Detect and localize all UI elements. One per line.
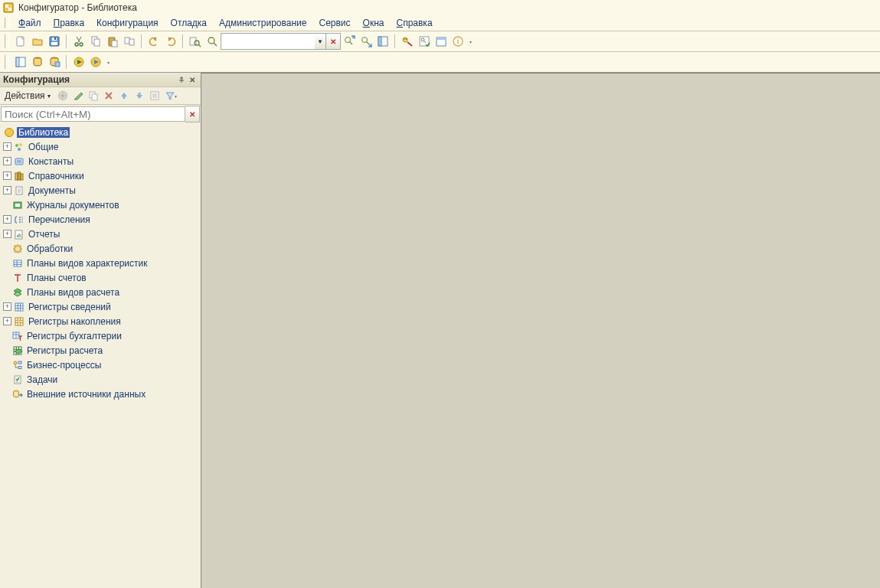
tree-item-inforeg[interactable]: +Регистры сведений [0, 299, 201, 314]
tree-label[interactable]: Планы счетов [25, 273, 88, 283]
tree-label[interactable]: Общие [27, 142, 60, 152]
db-config-button[interactable] [29, 54, 46, 70]
tree-item-journals[interactable]: Журналы документов [0, 198, 201, 212]
new-button[interactable] [12, 33, 29, 50]
search-box[interactable]: ▼ ✕ [221, 33, 341, 50]
update-db-button[interactable] [46, 54, 63, 70]
tree-label[interactable]: Регистры накопления [27, 316, 123, 327]
menu-help[interactable]: Справка [390, 16, 438, 30]
syntax-assist-button[interactable] [399, 33, 416, 50]
tree-label[interactable]: Библиотека [17, 127, 70, 138]
close-panel-icon[interactable]: ✕ [187, 74, 198, 85]
tree-label[interactable]: Бизнес-процессы [25, 360, 103, 371]
configuration-tree[interactable]: Библиотека+Общие+Константы+Справочники+Д… [0, 123, 201, 588]
open-config-button[interactable] [12, 54, 29, 70]
copy-tree-button[interactable] [86, 88, 101, 103]
zoom-button[interactable] [204, 33, 221, 50]
menu-handle[interactable] [5, 18, 9, 28]
toolbar-search-clear[interactable]: ✕ [326, 33, 341, 50]
tree-item-bp[interactable]: Бизнес-процессы [0, 358, 201, 372]
expander-icon[interactable]: + [3, 230, 11, 238]
tree-label[interactable]: Задачи [25, 374, 59, 385]
tree-label[interactable]: Регистры расчета [25, 345, 104, 356]
move-down-button[interactable] [132, 88, 147, 103]
nav-next-button[interactable] [358, 33, 375, 50]
toolbar2-handle[interactable] [5, 55, 9, 69]
expander-icon[interactable]: + [3, 302, 11, 311]
toolbar-search-dropdown[interactable]: ▼ [315, 33, 326, 50]
help-dropdown[interactable]: ▾ [466, 33, 474, 50]
paste-button[interactable] [104, 33, 121, 50]
tree-item-common[interactable]: +Общие [0, 139, 201, 154]
tree-label[interactable]: Журналы документов [25, 200, 121, 211]
undo-button[interactable] [146, 33, 162, 50]
expander-icon[interactable]: + [3, 157, 11, 165]
syntax-check-button[interactable] [416, 33, 433, 50]
menu-edit[interactable]: Правка [47, 16, 91, 30]
toolbar-handle[interactable] [5, 34, 9, 48]
tree-label[interactable]: Константы [27, 156, 75, 167]
expander-icon[interactable]: + [3, 317, 11, 325]
tree-item-accumreg[interactable]: +Регистры накопления [0, 314, 201, 328]
redo-button[interactable] [162, 33, 179, 50]
add-button[interactable] [55, 88, 70, 103]
calendar-button[interactable] [433, 33, 450, 50]
toolbar-search-input[interactable] [221, 33, 315, 50]
tree-item-processing[interactable]: Обработки [0, 241, 201, 256]
help-button[interactable]: i [450, 33, 466, 50]
tree-label[interactable]: Отчеты [27, 229, 61, 240]
move-up-button[interactable] [116, 88, 132, 103]
menu-windows[interactable]: Окна [357, 16, 391, 30]
menu-debug[interactable]: Отладка [165, 16, 213, 30]
open-button[interactable] [29, 33, 46, 50]
nav-prev-button[interactable] [341, 33, 358, 50]
menu-service[interactable]: Сервис [312, 16, 356, 30]
panel-search-clear[interactable]: ✕ [185, 106, 200, 122]
tree-item-accounts[interactable]: Планы счетов [0, 270, 201, 285]
tree-item-catalogs[interactable]: +Справочники [0, 168, 201, 183]
tree-item-documents[interactable]: +Документы [0, 183, 201, 198]
menu-admin[interactable]: Администрирование [213, 16, 312, 30]
tree-item-reports[interactable]: +Отчеты [0, 227, 201, 241]
menu-file[interactable]: Файл [12, 16, 47, 30]
tree-label[interactable]: Обработки [25, 243, 74, 254]
cut-button[interactable] [70, 33, 87, 50]
menu-config[interactable]: Конфигурация [90, 16, 165, 30]
tree-item-pvr[interactable]: Планы видов расчета [0, 285, 201, 299]
tree-item-constants[interactable]: +Константы [0, 154, 201, 168]
edit-button[interactable] [70, 88, 86, 103]
tree-item-root[interactable]: Библиотека [0, 125, 201, 139]
expander-icon[interactable]: + [3, 186, 11, 194]
tree-label[interactable]: Регистры бухгалтерии [25, 331, 123, 341]
save-button[interactable] [46, 33, 63, 50]
sort-button[interactable] [147, 88, 162, 103]
start-dropdown[interactable]: ▾ [104, 54, 112, 70]
start-debug-button[interactable] [70, 54, 87, 70]
expander-icon[interactable]: + [3, 215, 11, 224]
expander-icon[interactable]: + [3, 172, 11, 180]
start-1c-button[interactable] [87, 54, 104, 70]
tree-item-tasks[interactable]: Задачи [0, 372, 201, 387]
tree-label[interactable]: Планы видов расчета [25, 287, 121, 298]
copy-button[interactable] [87, 33, 104, 50]
tree-item-calcreg[interactable]: Регистры расчета [0, 343, 201, 358]
delete-button[interactable] [101, 88, 116, 103]
filter-button[interactable] [162, 88, 178, 103]
panel-search-input[interactable] [1, 106, 185, 122]
tree-item-pvk[interactable]: Планы видов характеристик [0, 256, 201, 270]
tree-item-extds[interactable]: Внешние источники данных [0, 387, 201, 401]
tree-label[interactable]: Внешние источники данных [25, 389, 147, 400]
tree-label[interactable]: Справочники [27, 171, 86, 181]
tree-label[interactable]: Планы видов характеристик [25, 258, 149, 269]
compare-button[interactable] [121, 33, 138, 50]
pin-icon[interactable] [176, 74, 187, 85]
expander-icon[interactable]: + [3, 142, 11, 151]
tree-label[interactable]: Перечисления [27, 214, 92, 225]
tree-label[interactable]: Документы [27, 185, 77, 196]
tree-item-accreg[interactable]: Регистры бухгалтерии [0, 328, 201, 343]
tree-label[interactable]: Регистры сведений [27, 302, 113, 312]
tree-item-enums[interactable]: +Перечисления [0, 212, 201, 227]
find-button[interactable] [187, 33, 204, 50]
actions-menu[interactable]: Действия ▼ [2, 90, 55, 101]
toggle-panel-button[interactable] [375, 33, 391, 50]
